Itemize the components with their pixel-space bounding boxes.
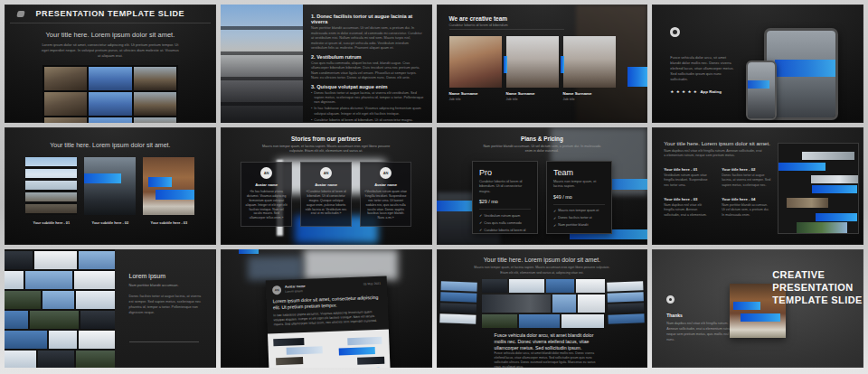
member-photo: [563, 36, 616, 88]
phone-screen: [748, 62, 775, 118]
photo-thumb: [89, 67, 131, 90]
accent-bar: [156, 190, 194, 200]
slide-title: Lorem ipsum: [129, 273, 202, 279]
check-icon: ✓: [553, 209, 556, 213]
team-member: Name Surname Job title: [506, 36, 559, 101]
feature-title: Your title here - 01: [664, 167, 712, 172]
bullet-icon: •: [311, 107, 312, 117]
list-item: •In hac habitasse platea dictumst. Vivam…: [311, 107, 424, 117]
plan-feature: ✓Nam porttitor blandit: [553, 223, 605, 228]
photo-thumb: [89, 117, 131, 123]
avatar-name: Avatar name: [305, 182, 347, 187]
accent-stripe: [561, 56, 564, 73]
plan-feature: ✓Vestibulum rutrum quam: [479, 213, 531, 218]
feature-body: Vestibulum rutrum quam vitae fringilla t…: [664, 173, 712, 188]
gallery-item: Your subtitle here - 02: [84, 157, 136, 225]
feature-body: Nam dapibus nisl vitae elit fringilla ru…: [664, 203, 712, 218]
deck-title: PRESENTATION TEMPLATE SLIDE: [36, 9, 185, 18]
star-rating-icon: ★ ★ ★ ★ ★: [670, 89, 697, 94]
photo-thumb: [44, 92, 87, 116]
photo-strip: [811, 175, 858, 183]
avatar: AN: [272, 285, 281, 295]
gallery-caption: Your subtitle here - 02: [84, 220, 136, 225]
photo-strip: [802, 152, 854, 160]
accent-block: [627, 67, 647, 87]
slide-02-numbered-list[interactable]: 1. Donec facilisis tortor ut augue lacin…: [221, 5, 432, 123]
slide-01-cover[interactable]: PRESENTATION TEMPLATE SLIDE Your title h…: [5, 5, 216, 123]
slide-subtitle: Curabitur lobortis id lorem id bibendum: [449, 23, 565, 30]
feature-body: Nam porttitor blandit accumsan. Ut vel d…: [722, 203, 770, 218]
feature-text: Nam porttitor blandit: [558, 223, 588, 227]
logo-icon: [16, 11, 24, 17]
gallery-item: Your subtitle here - 01: [25, 157, 77, 225]
testimonial-card: AN Avatar name «In hac habitasse platea …: [241, 162, 292, 227]
slide-09-collage-text[interactable]: Lorem ipsum Nam porttitor blandit accums…: [5, 249, 216, 368]
collage-panel: [778, 143, 859, 234]
gallery-caption: Your subtitle here - 01: [25, 220, 77, 225]
member-name: Name Surname: [506, 91, 559, 96]
check-icon: ✓: [479, 228, 482, 232]
photo-strip: [276, 358, 303, 366]
slide-05-gallery[interactable]: Your title here. Lorem ipsum dolor sit a…: [5, 127, 216, 246]
background-photo: [248, 257, 302, 280]
slide-06-testimonials[interactable]: Stories from our partners Mauris non tem…: [221, 127, 432, 246]
list-item: •Curabitur lobortis id lorem id bibendum…: [311, 118, 424, 123]
slide-title: Your title here. Lorem ipsum dolor sit a…: [5, 142, 216, 148]
avatar: AN: [260, 167, 272, 179]
gallery-photo: [25, 157, 77, 215]
slide-subtitle: Mauris non tempor quam, et lacinia sapie…: [472, 266, 611, 276]
feature-block: Your title here - 02 Donec facilisis tor…: [722, 167, 770, 188]
slide-title: Stories from our partners: [221, 136, 432, 142]
slide-04-app-mockup[interactable]: Fusce vehicula dolor arcu, sit amet blan…: [652, 5, 863, 123]
slide-12-thanks[interactable]: Thanks Nam dapibus nisl vitae elit fring…: [652, 249, 863, 368]
slide-11-overview[interactable]: Your title here. Lorem ipsum dolor sit a…: [437, 249, 648, 368]
feature-block: Your title here - 03 Nam dapibus nisl vi…: [664, 197, 712, 218]
member-role: Job title: [506, 98, 559, 101]
accent-sliver: [239, 249, 259, 254]
slide-03-team[interactable]: We are creative team Curabitur lobortis …: [437, 5, 648, 123]
photo-strip: [787, 198, 828, 208]
accent-bar: [778, 163, 826, 171]
post-card: AN Avatar name Lorem ipsum 05 May 2021 L…: [265, 276, 391, 368]
list-heading: 2. Vestibulum rutrum: [311, 54, 424, 60]
member-name: Name Surname: [449, 91, 502, 96]
pricing-card-pro: Pro Curabitur lobortis id lorem id biben…: [472, 161, 538, 234]
testimonial-card: AN Avatar name «Vestibulum rutrum quam v…: [360, 162, 411, 227]
check-icon: ✓: [479, 213, 482, 218]
photo-stack-right: [607, 282, 645, 326]
bullet-text: Donec facilisis tortor ut augue lacinia,…: [314, 91, 423, 106]
gallery-caption: Your subtitle here - 03: [143, 220, 194, 225]
slide-body: Lorem ipsum dolor sit amet, consectetur …: [41, 42, 180, 59]
avatar-name: Avatar name: [364, 182, 407, 187]
photo-wall: [5, 249, 115, 368]
slide-intro: Nam dapibus nisl vitae elit fringilla ru…: [664, 149, 762, 159]
slide-body: Donec facilisis tortor ut augue lacinia,…: [129, 295, 202, 316]
member-name: Name Surname: [563, 91, 616, 96]
slide-title: Plans & Pricing: [437, 136, 648, 142]
post-title: Lorem ipsum dolor sit amet, consectetur …: [272, 295, 381, 312]
feature-body: Donec facilisis tortor ut augue lacinia,…: [722, 173, 770, 188]
bullet-text: In hac habitasse platea dictumst. Vivamu…: [314, 107, 423, 117]
plan-price: $29 / mo: [479, 199, 531, 204]
thanks-label: Thanks: [666, 313, 735, 318]
slide-08-features[interactable]: Your title here. Lorem ipsum dolor sit a…: [652, 127, 863, 246]
team-row: Name Surname Job title Name Surname Job …: [449, 36, 636, 101]
feature-title: Your title here - 04: [722, 197, 770, 201]
photo-stack-left: [439, 282, 477, 326]
phone-mockup: [746, 61, 777, 120]
accent-bar: [148, 177, 172, 187]
plan-name: Team: [553, 168, 605, 177]
avatar: AN: [380, 167, 392, 179]
plan-features: ✓Mauris non tempor quam et ✓Donec facili…: [553, 204, 605, 228]
accent-band: [748, 80, 769, 89]
avatar: AN: [320, 167, 332, 179]
plan-price: $49 / mo: [553, 194, 605, 200]
slide-07-pricing[interactable]: Plans & Pricing Nam porttitor blandit ac…: [437, 127, 648, 246]
plan-feature: ✓Donec facilisis tortor ut: [553, 216, 605, 220]
photo-thumb: [134, 67, 176, 90]
slide-10-social-post[interactable]: AN Avatar name Lorem ipsum 05 May 2021 L…: [221, 249, 432, 368]
slide-subtitle: Nam porttitor blandit accumsan.: [129, 283, 202, 287]
member-role: Job title: [563, 98, 616, 101]
center-collage: [482, 279, 605, 330]
slide-subtitle: Mauris non tempor quam, et lacinia sapie…: [260, 145, 392, 154]
